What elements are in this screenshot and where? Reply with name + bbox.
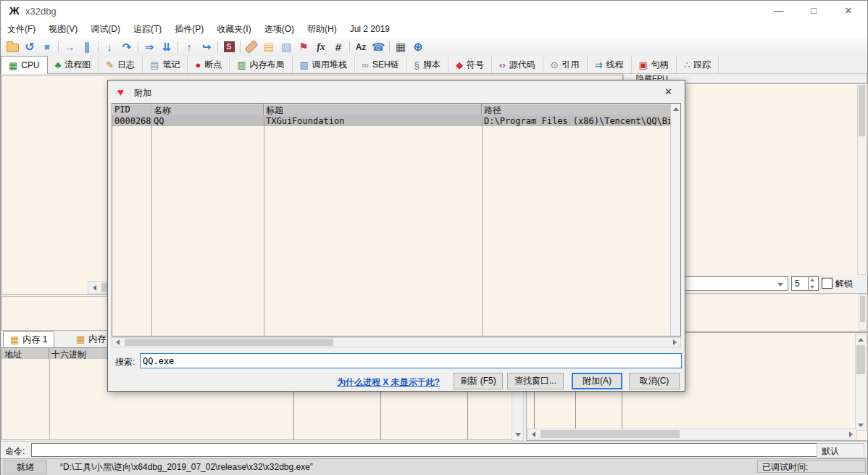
memory-dump-icon: ▦ <box>10 334 19 345</box>
refresh-button[interactable]: 刷新 (F5) <box>454 373 503 389</box>
step-over-button[interactable]: ↷ <box>118 39 135 55</box>
menu-file[interactable]: 文件(F) <box>1 23 42 36</box>
preferences-button[interactable]: ⊕ <box>409 39 427 55</box>
step-into-icon: ↓ <box>107 41 112 52</box>
column-name[interactable]: 名称 <box>151 104 264 115</box>
notify-button[interactable]: ☎ <box>370 39 387 55</box>
find-window-button[interactable]: 查找窗口... <box>507 373 564 389</box>
calculator-button[interactable]: ▦ <box>392 39 409 55</box>
menu-favourites[interactable]: 收藏夹(I) <box>210 23 257 36</box>
menu-options[interactable]: 选项(O) <box>258 23 301 36</box>
process-row-selected[interactable]: 0000268C QQ TXGuiFoundation D:\Program F… <box>112 115 671 126</box>
tab-breakpoints[interactable]: ●断点 <box>188 56 230 73</box>
minimize-button[interactable]: — <box>763 1 795 20</box>
pause-button[interactable]: ∥ <box>78 39 96 55</box>
command-profile-combobox[interactable]: 默认 <box>817 443 864 458</box>
process-table-header[interactable]: PID 名称 标题 路径 <box>112 104 671 116</box>
menu-trace[interactable]: 追踪(T) <box>127 23 168 36</box>
functions-button[interactable]: fx <box>312 39 330 55</box>
scroll-up-button[interactable] <box>672 104 680 113</box>
tab-handles[interactable]: ▣句柄 <box>632 56 677 73</box>
symbols-icon: ◆ <box>456 60 463 70</box>
stop-icon: ■ <box>44 42 50 51</box>
scrollbar-thumb[interactable] <box>856 345 865 374</box>
scrollbar-thumb[interactable] <box>860 296 865 322</box>
spinner-buttons[interactable] <box>808 277 818 290</box>
tab-notes[interactable]: ▤笔记 <box>143 56 188 73</box>
comments-button[interactable]: ▤ <box>260 39 277 55</box>
tab-cpu[interactable]: ▦CPU <box>1 56 48 74</box>
restart-button[interactable]: ↺ <box>21 39 38 55</box>
scroll-left-button[interactable] <box>529 430 538 438</box>
scroll-down-button[interactable] <box>856 421 865 429</box>
menu-plugins[interactable]: 插件(P) <box>168 23 210 36</box>
column-title[interactable]: 标题 <box>264 104 482 115</box>
column-path[interactable]: 路径 <box>482 104 671 115</box>
scrollbar-thumb[interactable] <box>541 430 680 438</box>
log-pencil-icon: ✎ <box>106 60 114 70</box>
depth-spinner[interactable]: 5 <box>791 276 819 291</box>
command-input[interactable] <box>31 443 821 457</box>
stack-vscrollbar[interactable] <box>855 334 867 431</box>
menu-debug[interactable]: 调试(D) <box>84 23 127 36</box>
tab-threads[interactable]: ⇉线程 <box>588 56 632 73</box>
run-icon: → <box>64 41 75 52</box>
dialog-close-button[interactable]: ✕ <box>652 80 685 103</box>
tab-trace[interactable]: ∴跟踪 <box>677 56 719 73</box>
patches-button[interactable] <box>243 39 260 55</box>
run-to-user-code-button[interactable]: ↪ <box>198 39 215 55</box>
menu-view[interactable]: 视图(V) <box>42 23 84 36</box>
labels-button[interactable]: ▧ <box>277 39 295 55</box>
tab-source[interactable]: ‹›源代码 <box>492 56 543 73</box>
registers-vscrollbar[interactable] <box>857 85 867 275</box>
attach-button[interactable]: 附加(A) <box>572 373 622 389</box>
tab-seh[interactable]: ∞SEH链 <box>355 56 407 73</box>
stack-hscrollbar[interactable] <box>527 429 857 439</box>
scroll-right-button[interactable] <box>846 430 856 438</box>
process-table[interactable]: PID 名称 标题 路径 0000268C QQ TXGuiFoundation… <box>112 103 681 336</box>
process-pid: 0000268C <box>112 115 151 126</box>
tab-references[interactable]: ⊙引用 <box>543 56 588 73</box>
scroll-left-button[interactable] <box>113 339 122 346</box>
tab-graph[interactable]: ♣流程图 <box>48 56 99 73</box>
tab-script[interactable]: §脚本 <box>407 56 448 73</box>
dialog-title-bar[interactable]: ♥ 附加 ✕ <box>108 80 685 103</box>
info-vscrollbar[interactable] <box>859 294 867 331</box>
bookmark-icon: ⚑ <box>299 41 308 52</box>
scrollbar-thumb[interactable] <box>125 339 333 346</box>
cancel-button[interactable]: 取消(C) <box>629 373 680 389</box>
scroll-right-button[interactable] <box>670 339 680 346</box>
table-vscrollbar[interactable] <box>670 104 680 336</box>
scroll-down-button[interactable] <box>513 430 522 439</box>
run-trace-button[interactable]: ⇒ <box>141 39 158 55</box>
tab-symbols[interactable]: ◆符号 <box>448 56 492 73</box>
menu-help[interactable]: 帮助(H) <box>301 23 343 36</box>
scrollbar-thumb[interactable] <box>859 86 865 136</box>
close-button[interactable]: ✕ <box>832 1 864 20</box>
crc-hash-button[interactable]: # <box>330 39 347 55</box>
maximize-button[interactable]: □ <box>798 1 830 20</box>
table-hscrollbar[interactable] <box>112 337 681 347</box>
run-button[interactable]: → <box>61 39 78 55</box>
step-over-icon: ↷ <box>122 41 132 52</box>
dump-tab-memory1[interactable]: ▦ 内存 1 <box>3 331 54 347</box>
step-into-button[interactable]: ↓ <box>101 39 118 55</box>
column-pid[interactable]: PID <box>112 104 151 115</box>
why-process-missing-link[interactable]: 为什么进程 X 未显示于此? <box>337 376 440 389</box>
column-address[interactable]: 地址 <box>2 348 49 359</box>
tab-call-stack[interactable]: ▨调用堆栈 <box>293 56 355 73</box>
stop-button[interactable]: ■ <box>38 39 56 55</box>
scylla-button[interactable]: S <box>220 39 238 55</box>
scroll-up-button[interactable] <box>856 335 865 344</box>
bookmarks-button[interactable]: ⚑ <box>295 39 312 55</box>
unlock-checkbox[interactable] <box>822 278 832 289</box>
execute-till-return-button[interactable]: ↑ <box>180 39 198 55</box>
tab-memory-map[interactable]: ▥内存布局 <box>230 56 292 73</box>
spinner-up-icon <box>810 278 814 281</box>
tab-log[interactable]: ✎日志 <box>99 56 143 73</box>
open-file-button[interactable] <box>4 39 21 55</box>
scroll-left-button[interactable] <box>89 283 100 292</box>
search-input[interactable] <box>140 353 682 368</box>
trace-into-button[interactable]: ⇊ <box>158 39 175 55</box>
highlight-mode-button[interactable]: Az <box>352 39 370 55</box>
